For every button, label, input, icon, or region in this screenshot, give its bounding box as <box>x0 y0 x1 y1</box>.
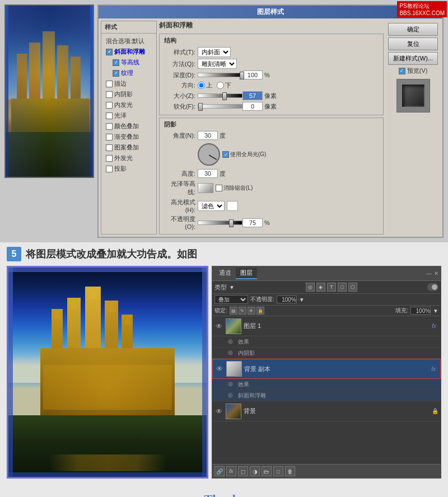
direction-up-radio[interactable] <box>198 82 205 89</box>
add-mask-btn[interactable]: ◻ <box>238 466 248 476</box>
opacity-slider[interactable] <box>198 221 242 225</box>
structure-section: 结构 样式(T): 内斜面 方法(Q): 雕刻清晰 <box>159 34 384 115</box>
direction-down-radio[interactable] <box>217 82 224 89</box>
satin-checkbox[interactable] <box>106 112 113 119</box>
soften-slider[interactable] <box>198 104 242 109</box>
cathedral-scene <box>8 268 207 477</box>
highlight-color[interactable] <box>227 201 238 211</box>
inner-shadow-checkbox[interactable] <box>106 91 113 98</box>
style-item-satin[interactable]: 光泽 <box>104 110 154 121</box>
layer-item-1[interactable]: 👁 图层 1 fx <box>212 316 441 336</box>
eye-icon-background[interactable]: 👁 <box>214 407 223 416</box>
gloss-preview[interactable] <box>198 183 213 193</box>
filter-pixel-icon[interactable]: ◎ <box>306 283 315 292</box>
settings-panel: 斜面和浮雕 结构 样式(T): 内斜面 方法(Q): 雕刻清晰 <box>159 21 384 235</box>
reset-button[interactable]: 复位 <box>388 37 438 50</box>
filter-label: 类型 <box>214 283 227 292</box>
effect-eye-bgc-a[interactable]: ◎ <box>228 381 236 388</box>
texture-checkbox[interactable] <box>113 70 119 77</box>
contour-checkbox[interactable] <box>113 59 119 66</box>
soften-input[interactable] <box>242 102 263 111</box>
opacity-input[interactable] <box>242 218 263 227</box>
depth-slider[interactable] <box>198 73 242 77</box>
opacity-input[interactable] <box>277 296 297 303</box>
style-item-color-overlay[interactable]: 颜色叠加 <box>104 121 154 132</box>
style-item-bevel[interactable]: 斜面和浮雕 <box>104 46 154 57</box>
ok-button[interactable]: 确定 <box>388 23 438 36</box>
fill-input[interactable] <box>410 307 431 315</box>
effect-eye-1a[interactable]: ◎ <box>228 338 236 346</box>
drop-shadow-checkbox[interactable] <box>106 166 113 172</box>
direction-down-option[interactable]: 下 <box>217 81 231 90</box>
lock-transparent-btn[interactable]: ▤ <box>230 307 237 315</box>
tab-channel[interactable]: 通道 <box>214 268 236 279</box>
styles-content: 混合选项:默认 斜面和浮雕 等高线 纹理 <box>101 34 156 176</box>
filter-shape-icon[interactable]: □ <box>338 283 347 292</box>
layer-item-background[interactable]: 👁 背景 🔒 <box>212 401 441 421</box>
preview-box <box>396 79 430 112</box>
lock-all-btn[interactable]: 🔒 <box>256 307 264 315</box>
eye-icon-1[interactable]: 👁 <box>214 322 223 331</box>
style-item-gradient-overlay[interactable]: 渐变叠加 <box>104 132 154 142</box>
layer-name-bg-copy: 背景 副本 <box>244 365 429 373</box>
inner-glow-checkbox[interactable] <box>106 102 113 109</box>
add-style-btn[interactable]: fx <box>226 466 236 476</box>
pattern-overlay-checkbox[interactable] <box>106 144 113 151</box>
effect-eye-1b[interactable]: ◎ <box>228 349 236 357</box>
angle-input[interactable] <box>198 131 218 140</box>
method-select[interactable]: 雕刻清晰 <box>198 59 237 69</box>
collapse-icon[interactable]: — <box>426 270 432 276</box>
filter-smart-icon[interactable]: ⬡ <box>348 283 357 292</box>
preview-checkbox[interactable] <box>399 68 405 74</box>
style-item-drop-shadow[interactable]: 投影 <box>104 163 154 174</box>
link-layers-btn[interactable]: 🔗 <box>214 466 225 476</box>
outer-glow-checkbox[interactable] <box>106 155 113 162</box>
gloss-field-label: 光泽等高线: <box>164 180 198 196</box>
altitude-input[interactable] <box>198 169 218 178</box>
style-item-inner-glow[interactable]: 内发光 <box>104 100 154 110</box>
gloss-antialias-checkbox[interactable] <box>216 185 222 191</box>
new-style-button[interactable]: 新建样式(W)... <box>388 52 438 65</box>
highlight-select[interactable]: 滤色 <box>198 201 225 211</box>
filter-type-icon[interactable]: T <box>327 283 336 292</box>
size-field-row: 大小(Z): 像素 <box>164 91 379 100</box>
delete-layer-btn[interactable]: 🗑 <box>285 466 295 476</box>
angle-wheel[interactable] <box>198 143 220 166</box>
style-item-texture[interactable]: 纹理 <box>104 68 154 78</box>
close-icon[interactable]: ✕ <box>434 270 438 276</box>
new-group-btn[interactable]: 🗁 <box>262 466 272 476</box>
style-item-stroke[interactable]: 描边 <box>104 78 154 89</box>
angle-column: 角度(N): 度 使用全局光(G) <box>164 131 266 180</box>
bevel-checkbox[interactable] <box>106 49 113 55</box>
style-item-contour[interactable]: 等高线 <box>104 57 154 68</box>
blend-mode-select[interactable]: 叠加 <box>214 295 248 304</box>
gradient-overlay-checkbox[interactable] <box>106 134 113 140</box>
size-slider[interactable] <box>198 93 242 98</box>
method-field-row: 方法(Q): 雕刻清晰 <box>164 59 379 69</box>
angle-unit: 度 <box>220 132 226 140</box>
stroke-checkbox[interactable] <box>106 81 113 87</box>
layer-item-bg-copy[interactable]: 👁 背景 副本 fx <box>212 359 441 379</box>
new-adjustment-btn[interactable]: ◑ <box>250 466 260 476</box>
size-input[interactable] <box>242 91 263 100</box>
style-item-blend[interactable]: 混合选项:默认 <box>104 36 154 46</box>
outer-glow-label: 外发光 <box>114 154 133 162</box>
style-select[interactable]: 内斜面 <box>198 47 231 57</box>
global-light-checkbox[interactable] <box>222 151 229 158</box>
style-item-inner-shadow[interactable]: 内阴影 <box>104 89 154 100</box>
eye-icon-bg-copy[interactable]: 👁 <box>215 364 224 373</box>
lock-paint-btn[interactable]: ✎ <box>239 307 246 315</box>
tower-2-top <box>70 298 78 309</box>
direction-up-option[interactable]: 上 <box>198 81 212 90</box>
depth-input[interactable] <box>242 71 263 79</box>
lock-move-btn[interactable]: ✛ <box>248 307 255 315</box>
tab-layers[interactable]: 图层 <box>236 268 257 279</box>
style-item-outer-glow[interactable]: 外发光 <box>104 153 154 163</box>
styles-header: 样式 <box>101 21 156 34</box>
effect-eye-bgc-b[interactable]: ◎ <box>228 392 236 400</box>
new-layer-btn[interactable]: □ <box>273 466 283 476</box>
style-item-pattern-overlay[interactable]: 图案叠加 <box>104 142 154 153</box>
color-overlay-checkbox[interactable] <box>106 123 113 130</box>
filter-adjust-icon[interactable]: ◈ <box>316 283 325 292</box>
filter-toggle[interactable] <box>427 283 438 291</box>
